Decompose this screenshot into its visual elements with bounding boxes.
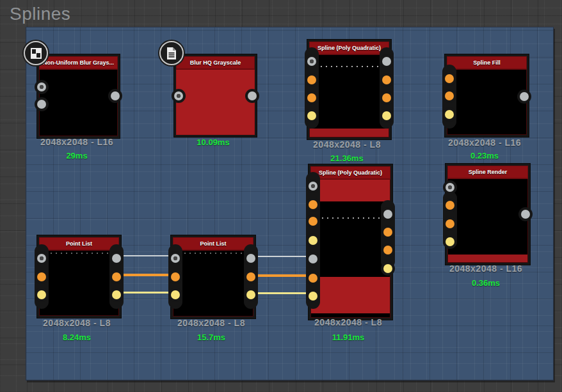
output-port-gray[interactable] [380,54,394,68]
input-port-orange[interactable] [168,270,182,284]
input-port-orange[interactable] [443,198,457,212]
node-editor-window: { "app": { "title": "Splines" }, "colors… [0,0,562,392]
output-port-orange[interactable] [244,270,258,284]
input-port-yellow[interactable] [306,289,320,303]
input-port-gray[interactable] [306,179,320,193]
node-header[interactable]: Blur HQ Grayscale [176,56,255,70]
input-port-yellow[interactable] [306,233,320,247]
node-resolution-label: 2048x2048 - L16 [16,137,138,147]
input-port-gray[interactable] [306,252,320,266]
node-time-label: 10.09ms [152,137,274,147]
node-spline-render[interactable]: Spline Render [446,164,530,265]
node-resolution-label: 2048x2048 - L8 [16,318,138,328]
node-header[interactable]: Spline Render [447,166,528,179]
input-port-gray[interactable] [35,80,49,94]
node-time-label: 15.7ms [150,333,272,342]
input-port-orange[interactable] [443,217,457,231]
node-spline-poly-quadratic-1[interactable]: Spline (Poly Quadratic) [307,40,391,139]
node-point-list-2[interactable]: Point List [171,235,255,318]
document-icon [159,41,184,65]
input-port-yellow[interactable] [305,109,319,123]
input-port-gray[interactable] [443,180,457,194]
point-list-preview-dots [45,253,113,254]
output-port-yellow[interactable] [380,109,394,123]
input-port-orange[interactable] [442,89,456,103]
output-port-yellow[interactable] [244,288,258,302]
input-port-gray[interactable] [168,251,182,265]
spline-preview-dots [317,217,384,219]
input-port-gray[interactable] [35,251,49,265]
output-port-orange[interactable] [381,243,395,257]
node-preview-strip [311,277,390,313]
node-header[interactable]: Spline (Poly Quadratic) [310,166,390,180]
node-resolution-label: 2048x2048 - L16 [424,137,545,148]
output-port-gray[interactable] [245,89,259,103]
node-blur-hq-grayscale[interactable]: Blur HQ Grayscale [174,54,257,137]
node-header[interactable]: Spline (Poly Quadratic) [309,42,389,55]
input-port-orange[interactable] [306,198,320,212]
output-port-yellow[interactable] [109,288,124,302]
input-port-yellow[interactable] [443,235,457,249]
node-header[interactable]: Point List [39,237,119,251]
output-port-orange[interactable] [380,73,394,87]
output-port-orange[interactable] [109,270,124,284]
output-port-gray[interactable] [108,89,122,103]
output-port-yellow[interactable] [381,262,395,276]
node-non-uniform-blur[interactable]: Non-Uniform Blur Grays... [37,54,120,138]
node-header[interactable]: Point List [173,237,253,251]
node-resolution-label: 2048x2048 - L8 [287,317,409,327]
input-port-orange[interactable] [305,91,319,105]
node-preview-strip [448,255,527,262]
input-port-gray[interactable] [305,54,319,68]
node-spline-fill[interactable]: Spline Fill [445,54,529,137]
input-port-orange[interactable] [306,271,320,285]
input-port-yellow[interactable] [168,288,182,302]
output-port-gray[interactable] [517,90,531,104]
node-resolution-label: 2048x2048 - L16 [425,263,547,274]
node-resolution-label: 2048x2048 - L8 [150,318,272,328]
input-port-orange[interactable] [442,72,456,86]
input-port-orange[interactable] [35,270,49,284]
input-port-gray[interactable] [35,97,49,111]
input-port-orange[interactable] [306,214,320,228]
tiling-checker-icon [24,41,48,65]
spline-preview-dots [316,66,383,67]
node-header[interactable]: Non-Uniform Blur Grays... [39,56,118,70]
node-spline-poly-quadratic-2[interactable]: Spline (Poly Quadratic) [309,164,392,320]
node-header[interactable]: Spline Fill [447,56,527,70]
output-port-orange[interactable] [381,225,395,239]
graph-title: Splines [10,4,70,24]
node-time-label: 0.36ms [425,278,547,288]
input-port-yellow[interactable] [442,107,456,122]
node-preview-strip [311,180,390,201]
node-preview-strip [310,129,389,137]
node-time-label: 0.23ms [424,151,545,161]
output-port-gray[interactable] [244,251,258,265]
output-port-gray[interactable] [109,251,124,265]
input-port-orange[interactable] [305,73,319,87]
input-port-yellow[interactable] [35,288,49,302]
output-port-gray[interactable] [518,207,533,221]
output-port-gray[interactable] [381,207,395,221]
node-time-label: 21.36ms [286,153,408,163]
point-list-preview-dots [179,253,247,254]
node-point-list-1[interactable]: Point List [37,235,121,318]
node-resolution-label: 2048x2048 - L8 [286,139,408,150]
output-port-orange[interactable] [380,91,394,105]
input-port-gray[interactable] [172,89,186,103]
node-time-label: 11.91ms [287,333,409,342]
node-time-label: 8.24ms [16,333,138,342]
node-time-label: 29ms [16,151,138,161]
